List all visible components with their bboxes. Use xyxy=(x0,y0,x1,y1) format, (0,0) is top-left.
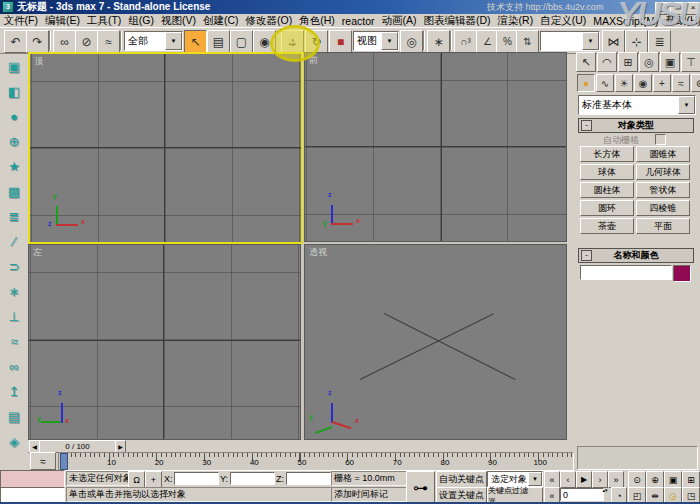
tab-panel-icon[interactable]: ⊕ xyxy=(3,130,25,152)
window-crossing-icon[interactable]: ◉ xyxy=(253,30,276,53)
add-time-tag[interactable]: 添加时间标记 xyxy=(331,487,407,502)
object-color-swatch[interactable] xyxy=(673,265,691,282)
viewport-perspective[interactable]: 透视 z x y xyxy=(304,244,567,440)
selection-filter-dropdown[interactable]: 全部 ▼ xyxy=(124,31,183,51)
bind-to-spacewarp-icon[interactable]: ≈ xyxy=(97,30,120,53)
set-key-toggle-icon[interactable]: ⊶ xyxy=(406,471,435,504)
chevron-down-icon[interactable]: ▼ xyxy=(678,96,695,114)
select-and-scale-icon[interactable]: ■ xyxy=(329,30,352,53)
menu-item[interactable]: 组(G) xyxy=(125,14,158,28)
tab-panel-icon[interactable]: ∗ xyxy=(3,280,25,302)
mirror-icon[interactable]: ⋈ xyxy=(602,30,625,53)
rollout-object-type[interactable]: - 对象类型 xyxy=(578,118,694,133)
primitive-category-dropdown[interactable]: 标准基本体 ▼ xyxy=(578,95,696,115)
command-panel-tab[interactable]: ◠ xyxy=(597,52,617,72)
object-type-button[interactable]: 四棱锥 xyxy=(636,200,690,216)
menu-item[interactable]: 自定义(U) xyxy=(537,14,590,28)
tab-helpers[interactable]: + xyxy=(653,74,671,92)
chevron-down-icon[interactable]: ▼ xyxy=(381,32,398,50)
reference-coordinate-dropdown[interactable]: 视图 ▼ xyxy=(353,31,399,51)
object-type-button[interactable]: 管状体 xyxy=(636,182,690,198)
tab-panel-icon[interactable]: ▩ xyxy=(3,180,25,202)
viewport-top-label[interactable]: 顶 xyxy=(34,55,43,68)
tab-panel-icon[interactable]: ⊃ xyxy=(3,255,25,277)
command-panel-tab[interactable]: ⊤ xyxy=(681,52,700,72)
menu-item[interactable]: 修改器(O) xyxy=(242,14,296,28)
tab-panel-icon[interactable]: ∕ xyxy=(3,230,25,252)
redo-icon[interactable]: ↷ xyxy=(26,30,49,53)
selection-lock-icon[interactable]: Ω xyxy=(128,471,145,488)
tab-shapes[interactable]: ∿ xyxy=(596,74,614,92)
object-type-button[interactable]: 圆环 xyxy=(580,200,634,216)
tab-panel-icon[interactable]: ↥ xyxy=(3,380,25,402)
object-type-button[interactable]: 几何球体 xyxy=(636,164,690,180)
rollout-name-color[interactable]: - 名称和颜色 xyxy=(578,248,694,263)
y-coordinate-field[interactable] xyxy=(230,472,275,485)
select-and-link-icon[interactable]: ∞ xyxy=(53,30,76,53)
tab-geometry[interactable]: ● xyxy=(577,74,595,92)
menu-item[interactable]: 文件(F) xyxy=(0,14,41,28)
menu-item[interactable]: 渲染(R) xyxy=(494,14,537,28)
collapse-icon[interactable]: - xyxy=(581,120,592,131)
object-type-button[interactable]: 茶壶 xyxy=(580,218,634,234)
tab-panel-icon[interactable]: ▣ xyxy=(3,55,25,77)
z-coordinate-field[interactable] xyxy=(286,472,331,485)
undo-icon[interactable]: ↶ xyxy=(4,30,27,53)
viewport-front-label[interactable]: 前 xyxy=(309,54,318,67)
select-and-move-button[interactable]: ↔↕ xyxy=(281,30,304,53)
select-object-button[interactable]: ↖ xyxy=(184,30,207,53)
spinner-snap-icon[interactable]: ⇅ xyxy=(516,30,539,53)
tab-lights[interactable]: ☀ xyxy=(615,74,633,92)
command-panel-tab[interactable]: ↖ xyxy=(576,52,596,72)
layer-manager-icon[interactable]: ≣ xyxy=(648,30,671,53)
command-panel-tab[interactable]: ▣ xyxy=(660,52,680,72)
absolute-mode-icon[interactable]: + xyxy=(145,471,162,488)
auto-grid-checkbox[interactable] xyxy=(655,134,666,145)
tab-panel-icon[interactable]: ▤ xyxy=(3,405,25,427)
viewport-top[interactable]: 顶 y x z xyxy=(28,52,303,244)
menu-item[interactable]: 编辑(E) xyxy=(41,14,83,28)
object-type-button[interactable]: 长方体 xyxy=(580,146,634,162)
tab-panel-icon[interactable]: ≈ xyxy=(3,330,25,352)
mini-listener-pink[interactable] xyxy=(0,470,65,488)
tab-panel-icon[interactable]: ⊥ xyxy=(3,305,25,327)
object-type-button[interactable]: 圆锥体 xyxy=(636,146,690,162)
menu-item[interactable]: 动画(A) xyxy=(378,14,420,28)
next-frame-icon[interactable]: › xyxy=(592,471,608,488)
play-icon[interactable]: ▶ xyxy=(576,471,592,488)
tab-panel-icon[interactable]: ∞ xyxy=(3,355,25,377)
object-type-button[interactable]: 圆柱体 xyxy=(580,182,634,198)
snap-toggle-3d-icon[interactable]: ∩³ xyxy=(454,30,477,53)
viewport-left[interactable]: 左 z y x xyxy=(28,244,301,440)
object-name-input[interactable] xyxy=(580,265,672,280)
menu-item[interactable]: MAXScript(M) xyxy=(590,15,662,27)
current-frame-marker[interactable] xyxy=(60,453,68,470)
zoom-icon[interactable]: ⊙ xyxy=(628,471,646,488)
goto-end-icon[interactable]: » xyxy=(608,471,624,488)
viewport-left-label[interactable]: 左 xyxy=(33,246,42,259)
x-coordinate-field[interactable] xyxy=(174,472,219,485)
select-by-name-icon[interactable]: ▤ xyxy=(207,30,230,53)
object-type-button[interactable]: 平面 xyxy=(636,218,690,234)
zoom-extents-icon[interactable]: ▣ xyxy=(664,471,682,488)
time-slider-track[interactable]: ◀ 0 / 100 ▶ xyxy=(28,439,567,453)
command-panel-tab[interactable]: ⊞ xyxy=(618,52,638,72)
goto-start-icon[interactable]: « xyxy=(544,471,560,488)
menu-item[interactable]: 工具(T) xyxy=(83,14,124,28)
auto-key-button[interactable]: 自动关键点 xyxy=(436,471,487,488)
tab-cameras[interactable]: ◉ xyxy=(634,74,652,92)
chevron-down-icon[interactable]: ▼ xyxy=(165,32,182,50)
object-type-button[interactable]: 球体 xyxy=(580,164,634,180)
tab-panel-icon[interactable]: ≣ xyxy=(3,205,25,227)
unlink-selection-icon[interactable]: ⊘ xyxy=(75,30,98,53)
chevron-down-icon[interactable]: ▼ xyxy=(582,32,599,50)
menu-item[interactable]: 角色(H) xyxy=(296,14,339,28)
menu-item[interactable]: 视图(V) xyxy=(158,14,200,28)
select-and-manipulate-icon[interactable]: ∗ xyxy=(427,30,450,53)
align-icon[interactable]: ⊹ xyxy=(625,30,648,53)
menu-item[interactable]: 创建(C) xyxy=(200,14,243,28)
rectangular-selection-region-icon[interactable]: ▢ xyxy=(230,30,253,53)
tab-systems[interactable]: ⊛ xyxy=(691,74,700,92)
menu-item[interactable]: reactor xyxy=(338,15,378,27)
tab-panel-icon[interactable]: ★ xyxy=(3,155,25,177)
